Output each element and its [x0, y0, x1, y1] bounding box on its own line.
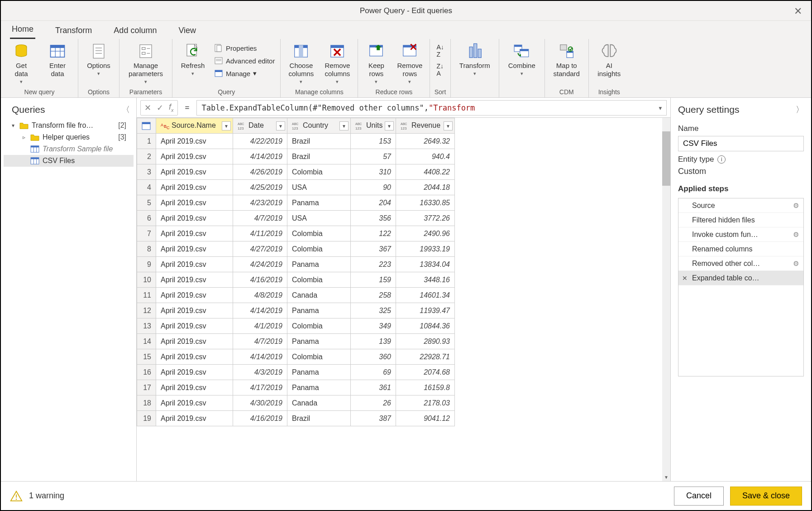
cell[interactable]: 310 [351, 164, 396, 180]
ribbon-tab-transform[interactable]: Transform [53, 22, 94, 39]
cell[interactable]: 4/22/2019 [233, 134, 287, 149]
row-number[interactable]: 5 [137, 195, 156, 211]
table-row[interactable]: 11April 2019.csv4/8/2019Canada25814601.3… [137, 288, 455, 303]
cell[interactable]: 361 [351, 380, 396, 395]
cell[interactable]: 139 [351, 334, 396, 349]
chevron-down-icon[interactable]: ▾ [658, 103, 663, 112]
scrollbar-thumb[interactable] [662, 131, 670, 186]
table-row[interactable]: 3April 2019.csv4/26/2019Colombia3104408.… [137, 164, 455, 180]
cell[interactable]: Colombia [287, 349, 351, 365]
cell[interactable]: 14601.34 [396, 288, 455, 303]
cell[interactable]: 3448.16 [396, 272, 455, 288]
remove-columns-button[interactable]: Remove columns ▾ [320, 41, 354, 85]
query-tree-item[interactable]: ▹Helper queries[3] [4, 131, 134, 143]
combine-button[interactable]: Combine ▾ [503, 41, 541, 77]
cell[interactable]: Panama [287, 380, 351, 395]
column-header[interactable]: ABC123Units▼ [351, 118, 396, 134]
window-close-button[interactable]: ✕ [790, 5, 806, 18]
table-row[interactable]: 5April 2019.csv4/23/2019Panama20416330.8… [137, 195, 455, 211]
delete-step-icon[interactable]: ✕ [682, 275, 688, 282]
table-row[interactable]: 4April 2019.csv4/25/2019USA902044.18 [137, 180, 455, 195]
cell[interactable]: 204 [351, 195, 396, 211]
cell[interactable]: April 2019.csv [156, 365, 233, 380]
table-row[interactable]: 8April 2019.csv4/27/2019Colombia36719933… [137, 241, 455, 257]
cell[interactable]: 26 [351, 395, 396, 411]
cell[interactable]: April 2019.csv [156, 226, 233, 241]
row-number[interactable]: 2 [137, 149, 156, 164]
formula-input[interactable]: Table.ExpandTableColumn(#"Removed other … [196, 100, 667, 116]
cell[interactable]: April 2019.csv [156, 211, 233, 226]
cell[interactable]: Brazil [287, 149, 351, 164]
cell[interactable]: April 2019.csv [156, 272, 233, 288]
applied-step[interactable]: ✕Expanded table co… [678, 271, 803, 285]
cell[interactable]: April 2019.csv [156, 334, 233, 349]
table-row[interactable]: 18April 2019.csv4/30/2019Canada262178.03 [137, 395, 455, 411]
table-row[interactable]: 10April 2019.csv4/16/2019Colombia1593448… [137, 272, 455, 288]
cell[interactable]: 360 [351, 349, 396, 365]
cell[interactable]: Canada [287, 288, 351, 303]
row-number[interactable]: 6 [137, 211, 156, 226]
row-number[interactable]: 17 [137, 380, 156, 395]
table-row[interactable]: 1April 2019.csv4/22/2019Brazil1532649.32 [137, 134, 455, 149]
cell[interactable]: 159 [351, 272, 396, 288]
transform-button[interactable]: Transform ▾ [454, 41, 495, 77]
cell[interactable]: 4/8/2019 [233, 288, 287, 303]
advanced-editor-button[interactable]: Advanced editor [212, 55, 277, 66]
cell[interactable]: April 2019.csv [156, 164, 233, 180]
cell[interactable]: 69 [351, 365, 396, 380]
keep-rows-button[interactable]: Keep rows ▾ [362, 41, 391, 85]
row-number[interactable]: 14 [137, 334, 156, 349]
data-grid[interactable]: ABCSource.Name▼ABC123Date▼ABC123Country▼… [137, 118, 455, 426]
cell[interactable]: Colombia [287, 226, 351, 241]
cell[interactable]: 2178.03 [396, 395, 455, 411]
applied-step[interactable]: Filtered hidden files [678, 213, 803, 227]
cell[interactable]: 4/24/2019 [233, 257, 287, 272]
cell[interactable]: 2044.18 [396, 180, 455, 195]
remove-rows-button[interactable]: Remove rows ▾ [393, 41, 426, 85]
cell[interactable]: Panama [287, 303, 351, 318]
cell[interactable]: 2890.93 [396, 334, 455, 349]
table-row[interactable]: 2April 2019.csv4/14/2019Brazil57940.4 [137, 149, 455, 164]
query-tree-item[interactable]: ▾Transform file fro…[2] [4, 120, 134, 131]
cell[interactable]: Panama [287, 195, 351, 211]
cell[interactable]: Brazil [287, 411, 351, 426]
scroll-down-icon[interactable]: ▼ [662, 473, 670, 481]
applied-step[interactable]: Invoke custom fun…⚙ [678, 227, 803, 242]
cell[interactable]: 367 [351, 241, 396, 257]
ribbon-tab-add-column[interactable]: Add column [112, 22, 158, 39]
column-filter-button[interactable]: ▼ [222, 121, 231, 130]
table-row[interactable]: 12April 2019.csv4/14/2019Panama32511939.… [137, 303, 455, 318]
table-row[interactable]: 16April 2019.csv4/3/2019Panama692074.68 [137, 365, 455, 380]
info-icon[interactable]: i [717, 155, 726, 164]
cell[interactable]: 22928.71 [396, 349, 455, 365]
cell[interactable]: April 2019.csv [156, 288, 233, 303]
cell[interactable]: 4/27/2019 [233, 241, 287, 257]
cell[interactable]: USA [287, 180, 351, 195]
cell[interactable]: April 2019.csv [156, 411, 233, 426]
cell[interactable]: 4/17/2019 [233, 380, 287, 395]
column-filter-button[interactable]: ▼ [276, 121, 285, 130]
row-number[interactable]: 15 [137, 349, 156, 365]
row-number[interactable]: 3 [137, 164, 156, 180]
collapse-left-icon[interactable]: 〈 [122, 104, 130, 115]
row-number[interactable]: 10 [137, 272, 156, 288]
cell[interactable]: Panama [287, 334, 351, 349]
cell[interactable]: 2490.96 [396, 226, 455, 241]
cell[interactable]: 325 [351, 303, 396, 318]
map-to-standard-button[interactable]: Map to standard [549, 41, 585, 78]
cell[interactable]: 13834.04 [396, 257, 455, 272]
row-number[interactable]: 1 [137, 134, 156, 149]
table-row[interactable]: 13April 2019.csv4/1/2019Colombia34910844… [137, 318, 455, 334]
cell[interactable]: 57 [351, 149, 396, 164]
cell[interactable]: 4/3/2019 [233, 365, 287, 380]
table-row[interactable]: 14April 2019.csv4/7/2019Panama1392890.93 [137, 334, 455, 349]
cell[interactable]: Panama [287, 257, 351, 272]
gear-icon[interactable]: ⚙ [793, 202, 799, 210]
column-filter-button[interactable]: ▼ [339, 121, 349, 130]
row-number[interactable]: 19 [137, 411, 156, 426]
cell[interactable]: 4408.22 [396, 164, 455, 180]
choose-columns-button[interactable]: Choose columns ▾ [284, 41, 318, 85]
row-number[interactable]: 7 [137, 226, 156, 241]
cell[interactable]: 349 [351, 318, 396, 334]
cell[interactable]: 19933.19 [396, 241, 455, 257]
